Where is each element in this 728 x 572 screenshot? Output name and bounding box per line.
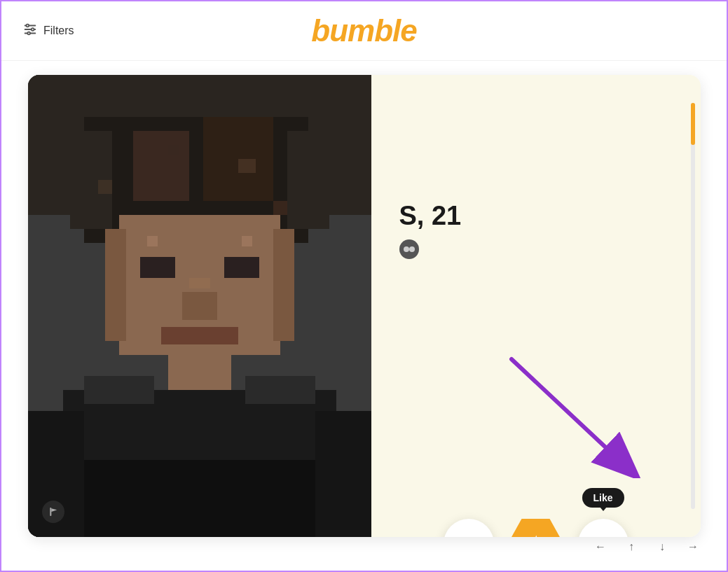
scrollbar-thumb — [691, 103, 695, 145]
action-buttons: ✕ ★ Like ✓ — [371, 516, 701, 537]
svg-rect-28 — [238, 159, 256, 173]
svg-rect-13 — [273, 229, 294, 341]
flag-button[interactable] — [42, 501, 64, 523]
dislike-icon: ✕ — [460, 533, 476, 538]
nav-down-icon: ↓ — [659, 540, 665, 553]
svg-point-5 — [27, 32, 30, 34]
profile-info: S, 21 — [371, 75, 701, 537]
nav-left-icon: ← — [595, 540, 606, 553]
svg-rect-21 — [245, 376, 315, 404]
like-button[interactable]: ✓ — [578, 519, 629, 537]
profile-badge — [399, 239, 673, 259]
svg-rect-32 — [242, 236, 252, 246]
like-icon: ✓ — [594, 532, 612, 538]
filters-button[interactable]: Filters — [22, 22, 74, 41]
svg-rect-33 — [189, 278, 210, 288]
nav-right-button[interactable]: → — [680, 534, 706, 559]
nav-up-icon: ↑ — [629, 540, 634, 553]
navigation-arrows: ← ↑ ↓ → — [588, 534, 706, 559]
header: Filters bumble — [1, 1, 727, 61]
nav-left-button[interactable]: ← — [588, 534, 613, 559]
badge-icon — [399, 239, 419, 259]
filters-icon — [22, 22, 38, 41]
dislike-button[interactable]: ✕ — [444, 519, 494, 537]
filters-label: Filters — [43, 25, 74, 37]
nav-up-button[interactable]: ↑ — [619, 534, 644, 559]
profile-card: S, 21 — [28, 75, 701, 537]
svg-rect-16 — [182, 292, 217, 320]
app-title: bumble — [311, 13, 416, 48]
svg-rect-17 — [161, 327, 238, 344]
svg-rect-15 — [224, 257, 259, 278]
svg-point-4 — [32, 28, 34, 31]
svg-rect-30 — [273, 201, 287, 215]
main-content: S, 21 — [1, 61, 727, 572]
photo-image — [28, 75, 371, 537]
svg-rect-25 — [133, 131, 189, 201]
svg-rect-20 — [84, 376, 154, 404]
svg-rect-12 — [105, 229, 126, 341]
svg-rect-24 — [315, 411, 371, 537]
nav-right-icon: → — [687, 540, 699, 553]
svg-rect-31 — [147, 236, 158, 246]
svg-point-36 — [409, 246, 415, 252]
scrollbar-track — [691, 103, 695, 509]
purple-arrow-annotation — [504, 352, 645, 481]
like-button-wrapper: Like ✓ — [578, 519, 629, 537]
svg-rect-14 — [140, 257, 175, 278]
svg-rect-29 — [168, 145, 179, 155]
like-tooltip: Like — [582, 488, 624, 508]
superlike-icon: ★ — [526, 530, 547, 537]
svg-rect-10 — [287, 131, 329, 229]
svg-rect-27 — [98, 180, 112, 194]
svg-rect-34 — [50, 508, 51, 516]
svg-line-38 — [511, 359, 624, 464]
svg-point-3 — [27, 24, 29, 27]
superlike-button[interactable]: ★ — [508, 516, 564, 537]
profile-photo — [28, 75, 371, 537]
nav-down-button[interactable]: ↓ — [650, 534, 675, 559]
svg-point-35 — [404, 246, 409, 252]
profile-name-age: S, 21 — [399, 201, 673, 231]
